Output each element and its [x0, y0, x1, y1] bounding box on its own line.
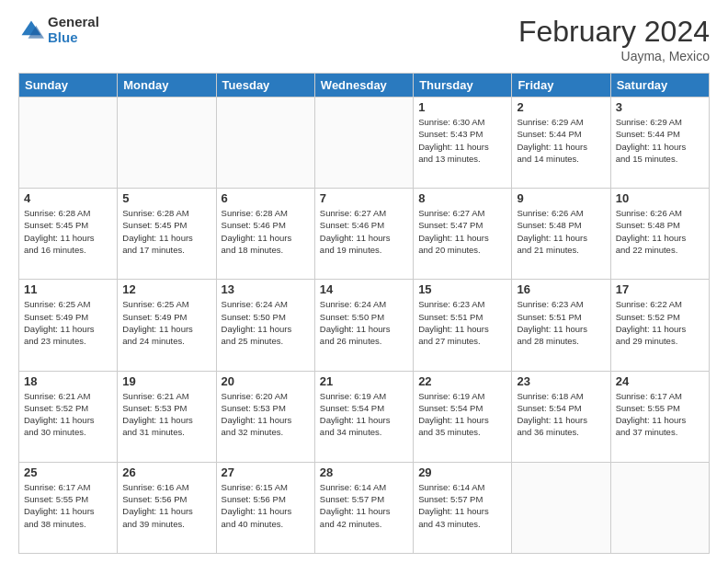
day-number-23: 23	[517, 374, 605, 388]
day-info-1: Sunrise: 6:30 AMSunset: 5:43 PMDaylight:…	[418, 116, 506, 165]
cell-w0-d4: 1Sunrise: 6:30 AMSunset: 5:43 PMDaylight…	[414, 98, 512, 189]
col-monday: Monday	[118, 74, 216, 98]
day-number-16: 16	[517, 282, 605, 296]
day-info-9: Sunrise: 6:26 AMSunset: 5:48 PMDaylight:…	[517, 207, 605, 256]
cell-w2-d3: 14Sunrise: 6:24 AMSunset: 5:50 PMDayligh…	[314, 280, 413, 371]
day-info-13: Sunrise: 6:24 AMSunset: 5:50 PMDaylight:…	[222, 298, 310, 347]
day-info-26: Sunrise: 6:16 AMSunset: 5:56 PMDaylight:…	[122, 481, 210, 530]
cell-w1-d1: 5Sunrise: 6:28 AMSunset: 5:45 PMDaylight…	[118, 189, 216, 280]
day-number-11: 11	[24, 282, 112, 296]
month-title: February 2024	[518, 15, 710, 49]
cell-w2-d4: 15Sunrise: 6:23 AMSunset: 5:51 PMDayligh…	[414, 280, 512, 371]
day-info-29: Sunrise: 6:14 AMSunset: 5:57 PMDaylight:…	[418, 481, 506, 530]
week-row-4: 25Sunrise: 6:17 AMSunset: 5:55 PMDayligh…	[19, 462, 710, 553]
header: General Blue February 2024 Uayma, Mexico	[18, 15, 710, 63]
day-number-17: 17	[616, 282, 704, 296]
cell-w1-d4: 8Sunrise: 6:27 AMSunset: 5:47 PMDaylight…	[414, 189, 512, 280]
cell-w0-d1	[118, 98, 216, 189]
day-number-8: 8	[418, 191, 506, 205]
week-row-0: 1Sunrise: 6:30 AMSunset: 5:43 PMDaylight…	[19, 98, 710, 189]
cell-w1-d0: 4Sunrise: 6:28 AMSunset: 5:45 PMDaylight…	[19, 189, 118, 280]
day-number-10: 10	[616, 191, 704, 205]
day-info-18: Sunrise: 6:21 AMSunset: 5:52 PMDaylight:…	[24, 390, 112, 439]
day-number-13: 13	[222, 282, 310, 296]
day-number-15: 15	[418, 282, 506, 296]
day-info-4: Sunrise: 6:28 AMSunset: 5:45 PMDaylight:…	[24, 207, 112, 256]
cell-w3-d5: 23Sunrise: 6:18 AMSunset: 5:54 PMDayligh…	[512, 371, 610, 462]
day-info-10: Sunrise: 6:26 AMSunset: 5:48 PMDaylight:…	[616, 207, 704, 256]
day-number-7: 7	[320, 191, 408, 205]
cell-w3-d3: 21Sunrise: 6:19 AMSunset: 5:54 PMDayligh…	[314, 371, 413, 462]
day-number-21: 21	[320, 374, 408, 388]
page: General Blue February 2024 Uayma, Mexico…	[0, 0, 728, 563]
day-info-25: Sunrise: 6:17 AMSunset: 5:55 PMDaylight:…	[24, 481, 112, 530]
day-number-6: 6	[222, 191, 310, 205]
cell-w4-d1: 26Sunrise: 6:16 AMSunset: 5:56 PMDayligh…	[118, 462, 216, 553]
day-number-18: 18	[24, 374, 112, 388]
cell-w0-d2	[216, 98, 314, 189]
cell-w2-d6: 17Sunrise: 6:22 AMSunset: 5:52 PMDayligh…	[610, 280, 709, 371]
day-info-15: Sunrise: 6:23 AMSunset: 5:51 PMDaylight:…	[418, 298, 506, 347]
day-number-19: 19	[122, 374, 210, 388]
day-info-19: Sunrise: 6:21 AMSunset: 5:53 PMDaylight:…	[122, 390, 210, 439]
day-info-22: Sunrise: 6:19 AMSunset: 5:54 PMDaylight:…	[418, 390, 506, 439]
logo-general: General	[48, 14, 99, 29]
day-info-27: Sunrise: 6:15 AMSunset: 5:56 PMDaylight:…	[222, 481, 310, 530]
cell-w3-d4: 22Sunrise: 6:19 AMSunset: 5:54 PMDayligh…	[414, 371, 512, 462]
cell-w4-d2: 27Sunrise: 6:15 AMSunset: 5:56 PMDayligh…	[216, 462, 314, 553]
day-number-20: 20	[222, 374, 310, 388]
day-number-4: 4	[24, 191, 112, 205]
day-number-9: 9	[517, 191, 605, 205]
day-info-12: Sunrise: 6:25 AMSunset: 5:49 PMDaylight:…	[122, 298, 210, 347]
week-row-3: 18Sunrise: 6:21 AMSunset: 5:52 PMDayligh…	[19, 371, 710, 462]
location: Uayma, Mexico	[518, 49, 710, 63]
cell-w4-d3: 28Sunrise: 6:14 AMSunset: 5:57 PMDayligh…	[314, 462, 413, 553]
logo-text: General Blue	[48, 15, 99, 45]
day-number-14: 14	[320, 282, 408, 296]
day-number-29: 29	[418, 465, 506, 479]
day-info-17: Sunrise: 6:22 AMSunset: 5:52 PMDaylight:…	[616, 298, 704, 347]
cell-w0-d3	[314, 98, 413, 189]
day-number-27: 27	[222, 465, 310, 479]
title-section: February 2024 Uayma, Mexico	[518, 15, 710, 63]
day-number-12: 12	[122, 282, 210, 296]
calendar-table: Sunday Monday Tuesday Wednesday Thursday…	[18, 73, 710, 554]
logo: General Blue	[18, 15, 99, 45]
cell-w4-d5	[512, 462, 610, 553]
col-sunday: Sunday	[19, 74, 118, 98]
logo-icon	[18, 17, 44, 43]
day-number-25: 25	[24, 465, 112, 479]
day-info-8: Sunrise: 6:27 AMSunset: 5:47 PMDaylight:…	[418, 207, 506, 256]
day-number-2: 2	[517, 100, 605, 114]
col-friday: Friday	[512, 74, 610, 98]
day-number-22: 22	[418, 374, 506, 388]
cell-w3-d0: 18Sunrise: 6:21 AMSunset: 5:52 PMDayligh…	[19, 371, 118, 462]
day-info-2: Sunrise: 6:29 AMSunset: 5:44 PMDaylight:…	[517, 116, 605, 165]
cell-w1-d3: 7Sunrise: 6:27 AMSunset: 5:46 PMDaylight…	[314, 189, 413, 280]
day-info-5: Sunrise: 6:28 AMSunset: 5:45 PMDaylight:…	[122, 207, 210, 256]
day-info-14: Sunrise: 6:24 AMSunset: 5:50 PMDaylight:…	[320, 298, 408, 347]
cell-w2-d0: 11Sunrise: 6:25 AMSunset: 5:49 PMDayligh…	[19, 280, 118, 371]
day-number-5: 5	[122, 191, 210, 205]
cell-w0-d6: 3Sunrise: 6:29 AMSunset: 5:44 PMDaylight…	[610, 98, 709, 189]
cell-w2-d1: 12Sunrise: 6:25 AMSunset: 5:49 PMDayligh…	[118, 280, 216, 371]
cell-w2-d5: 16Sunrise: 6:23 AMSunset: 5:51 PMDayligh…	[512, 280, 610, 371]
cell-w0-d0	[19, 98, 118, 189]
logo-blue: Blue	[48, 29, 78, 45]
cell-w3-d2: 20Sunrise: 6:20 AMSunset: 5:53 PMDayligh…	[216, 371, 314, 462]
cell-w1-d5: 9Sunrise: 6:26 AMSunset: 5:48 PMDaylight…	[512, 189, 610, 280]
day-info-7: Sunrise: 6:27 AMSunset: 5:46 PMDaylight:…	[320, 207, 408, 256]
day-number-24: 24	[616, 374, 704, 388]
cell-w3-d6: 24Sunrise: 6:17 AMSunset: 5:55 PMDayligh…	[610, 371, 709, 462]
day-info-28: Sunrise: 6:14 AMSunset: 5:57 PMDaylight:…	[320, 481, 408, 530]
col-thursday: Thursday	[414, 74, 512, 98]
cell-w4-d6	[610, 462, 709, 553]
week-row-1: 4Sunrise: 6:28 AMSunset: 5:45 PMDaylight…	[19, 189, 710, 280]
day-number-1: 1	[418, 100, 506, 114]
calendar-body: 1Sunrise: 6:30 AMSunset: 5:43 PMDaylight…	[19, 98, 710, 554]
col-tuesday: Tuesday	[216, 74, 314, 98]
day-number-28: 28	[320, 465, 408, 479]
day-info-3: Sunrise: 6:29 AMSunset: 5:44 PMDaylight:…	[616, 116, 704, 165]
cell-w4-d4: 29Sunrise: 6:14 AMSunset: 5:57 PMDayligh…	[414, 462, 512, 553]
col-wednesday: Wednesday	[314, 74, 413, 98]
